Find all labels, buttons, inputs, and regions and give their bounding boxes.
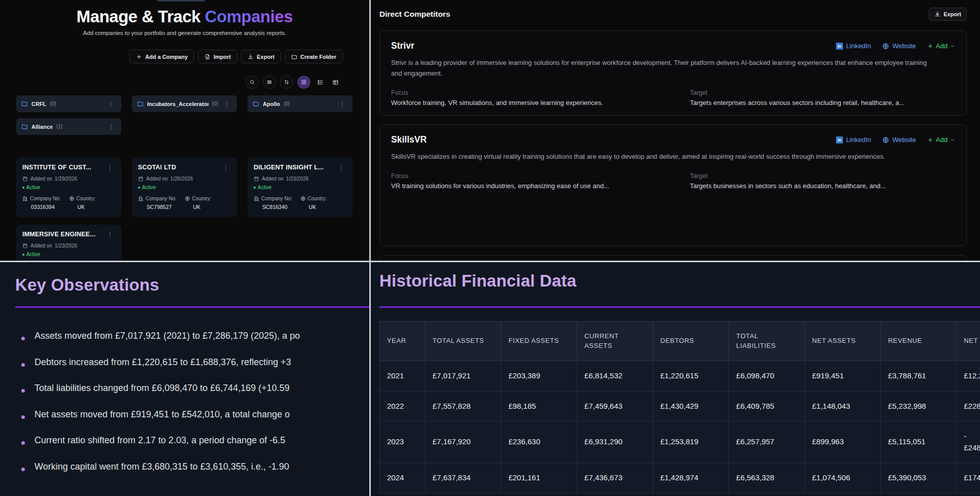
- filter-button[interactable]: [263, 76, 276, 89]
- company-card[interactable]: INSTITUTE OF CUST... ⋮ Added on1/29/2026…: [16, 158, 121, 217]
- action-button-label: Create Folder: [300, 54, 336, 60]
- company-info: Company No: 03316394 Country: UK: [22, 196, 115, 210]
- export-button[interactable]: Export: [929, 8, 967, 21]
- sort-icon: [284, 79, 290, 85]
- website-link[interactable]: Website: [882, 42, 916, 50]
- kebab-menu-icon[interactable]: ⋮: [221, 164, 231, 172]
- folder-icon: [137, 100, 144, 107]
- table-cell: £1,220,615: [653, 361, 729, 392]
- kebab-menu-icon[interactable]: ⋮: [222, 100, 232, 108]
- country-label: Country:: [77, 196, 96, 201]
- status-badge: Active: [254, 185, 346, 190]
- create-folder-button[interactable]: Create Folder: [285, 50, 343, 63]
- company-card[interactable]: IMMERSIVE ENGINEE... ⋮ Added on1/23/2026…: [16, 225, 121, 261]
- folder-chip-apollo[interactable]: Apollo (0) ⋮: [248, 95, 353, 112]
- company-name: IMMERSIVE ENGINEE...: [22, 231, 95, 238]
- calendar-icon: [22, 176, 28, 182]
- competitors-title: Direct Competitors: [379, 10, 450, 19]
- table-cell: £919,451: [804, 361, 881, 392]
- company-card[interactable]: DILIGENT INSIGHT L... ⋮ Added on1/23/202…: [248, 158, 353, 217]
- added-on-date: 1/23/2026: [286, 176, 309, 182]
- add-dropdown-button[interactable]: Add: [927, 136, 955, 144]
- export-button[interactable]: Export: [241, 50, 281, 63]
- folder-chip-alliance[interactable]: Alliance (1) ⋮: [16, 118, 121, 135]
- target-label: Target: [690, 172, 955, 180]
- folder-name: CRFL: [31, 101, 46, 107]
- table-cell: £1,253,819: [653, 421, 729, 463]
- column-header: YEAR: [380, 322, 426, 361]
- target-label: Target: [690, 89, 955, 96]
- action-button-row: Add a Company Import Export Create Folde…: [0, 50, 343, 63]
- company-info: Company No: SC798527 Country: UK: [138, 196, 231, 210]
- status-dot: [138, 187, 140, 189]
- manage-companies-panel: Manage & Track Companies Add companies t…: [0, 0, 369, 261]
- company-no-label: Company No:: [261, 196, 292, 201]
- observation-item: Working capital went from £3,680,315 to …: [21, 454, 369, 480]
- folder-name: Incubators_Accelerators: [147, 101, 208, 107]
- add-dropdown-button[interactable]: Add: [927, 42, 955, 50]
- folder-grid: CRFL (0) ⋮ Incubators_Accelerators (0) ⋮…: [16, 95, 353, 135]
- status-badge: Active: [138, 185, 231, 190]
- table-cell: £228,592: [957, 391, 980, 421]
- kebab-menu-icon[interactable]: ⋮: [105, 231, 115, 239]
- table-cell: £6,409,785: [729, 391, 805, 421]
- table-cell: £201,161: [501, 463, 577, 493]
- list-view-button[interactable]: [314, 77, 326, 88]
- chevron-down-icon: [950, 137, 955, 143]
- panel-divider-horizontal: [0, 261, 980, 262]
- add-a-company-button[interactable]: Add a Company: [129, 50, 194, 63]
- company-card[interactable]: SCOTAI LTD ⋮ Added on1/26/2026 Active Co…: [132, 158, 237, 217]
- website-link[interactable]: Website: [882, 136, 916, 144]
- view-toolbar: [0, 76, 341, 89]
- linkedin-link[interactable]: inLinkedIn: [836, 42, 871, 50]
- observations-list: Assets moved from £7,017,921 (2021) to £…: [21, 323, 369, 480]
- table-view-button[interactable]: [330, 77, 341, 88]
- focus-label: Focus: [391, 172, 679, 180]
- direct-competitors-panel: Direct Competitors Export Strivr inLinke…: [371, 0, 980, 261]
- globe-icon: [300, 196, 306, 201]
- kebab-menu-icon[interactable]: ⋮: [105, 164, 115, 172]
- kebab-menu-icon[interactable]: ⋮: [106, 123, 116, 131]
- import-button[interactable]: Import: [198, 50, 237, 63]
- kebab-menu-icon[interactable]: ⋮: [337, 100, 347, 108]
- calendar-icon: [254, 176, 259, 182]
- folder-name: Alliance: [31, 124, 53, 130]
- table-cell: £1,430,429: [653, 391, 729, 421]
- globe-icon: [882, 136, 889, 144]
- focus-label: Focus: [391, 89, 679, 96]
- chevron-down-icon: [950, 44, 955, 49]
- linkedin-link[interactable]: inLinkedIn: [836, 136, 871, 144]
- grid-view-button[interactable]: [297, 76, 310, 89]
- table-cell: £6,814,532: [577, 361, 653, 392]
- company-name: INSTITUTE OF CUST...: [22, 164, 91, 171]
- observation-item: Debtors increased from £1,220,615 to £1,…: [21, 349, 369, 376]
- target-value: Targets businesses in sectors such as ed…: [690, 182, 955, 190]
- kebab-menu-icon[interactable]: ⋮: [336, 164, 346, 172]
- column-header: REVENUE: [881, 322, 957, 361]
- table-cell: £1,074,506: [804, 463, 881, 493]
- competitor-card-clipped: [379, 255, 967, 261]
- table-cell: £5,390,053: [881, 463, 957, 493]
- country-label: Country:: [192, 196, 212, 201]
- company-no-label: Company No:: [30, 196, 61, 201]
- added-on-label: Added on: [30, 176, 52, 182]
- kebab-menu-icon[interactable]: ⋮: [106, 100, 116, 108]
- plus-icon: [927, 43, 933, 49]
- competitor-description: SkillsVR specializes in creating virtual…: [391, 152, 931, 162]
- table-cell: £7,436,673: [577, 463, 653, 493]
- table-cell: £174,543: [957, 463, 980, 493]
- sort-button[interactable]: [280, 76, 293, 89]
- status-dot: [22, 187, 24, 189]
- status-label: Active: [26, 185, 40, 190]
- status-label: Active: [26, 252, 40, 257]
- company-no-value: SC816340: [262, 204, 300, 210]
- competitor-name: SkillsVR: [391, 134, 427, 145]
- folder-chip-incubators_accelerators[interactable]: Incubators_Accelerators (0) ⋮: [132, 95, 237, 112]
- added-on-label: Added on: [30, 243, 52, 249]
- folder-chip-crfl[interactable]: CRFL (0) ⋮: [16, 95, 121, 112]
- financial-data-panel: Historical Financial Data YEARTOTAL ASSE…: [371, 262, 980, 496]
- action-button-label: Add a Company: [145, 54, 188, 60]
- search-button[interactable]: [246, 76, 259, 89]
- competitor-name: Strivr: [391, 41, 414, 51]
- linkedin-label: LinkedIn: [846, 136, 871, 144]
